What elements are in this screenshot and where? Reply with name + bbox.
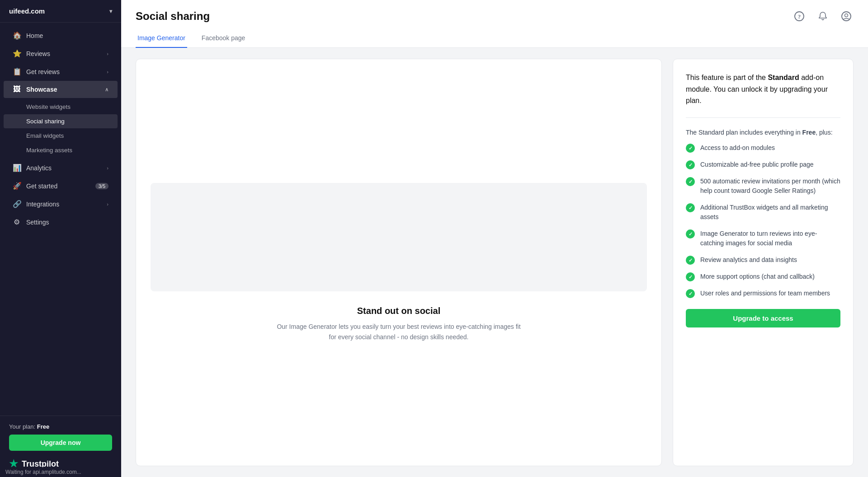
sidebar-item-label: Home	[26, 32, 43, 39]
header-actions: ?	[792, 9, 854, 23]
chevron-icon: ›	[107, 69, 108, 75]
page-title: Social sharing	[136, 10, 210, 23]
page-header: Social sharing ?	[121, 0, 868, 23]
feature-item: User roles and permissions for team memb…	[686, 289, 840, 298]
upgrade-panel: This feature is part of the Standard add…	[673, 59, 854, 466]
chevron-icon: ∧	[105, 87, 108, 93]
sidebar-item-integrations[interactable]: 🔗 Integrations ›	[4, 195, 118, 213]
free-plan-label: Free	[802, 129, 816, 136]
primary-nav: 🏠 Home ⭐ Reviews › 📋 Get reviews › 🖼 Sho…	[0, 23, 121, 235]
settings-icon: ⚙	[13, 218, 21, 226]
sidebar-item-showcase[interactable]: 🖼 Showcase ∧	[4, 81, 118, 98]
showcase-subnav: Website widgets Social sharing Email wid…	[0, 98, 121, 159]
check-icon	[686, 160, 695, 169]
panel-description: Our Image Generator lets you easily turn…	[277, 322, 521, 342]
notifications-icon[interactable]	[816, 9, 830, 23]
sidebar-item-label: Showcase	[26, 86, 57, 93]
chevron-icon: ›	[107, 51, 108, 56]
sub-nav-label: Marketing assets	[26, 147, 72, 154]
chevron-icon: ›	[107, 201, 108, 207]
sidebar-item-marketing-assets[interactable]: Marketing assets	[4, 143, 118, 157]
sidebar-item-social-sharing[interactable]: Social sharing	[4, 114, 118, 128]
sidebar-item-email-widgets[interactable]: Email widgets	[4, 129, 118, 143]
plan-value: Free	[37, 423, 49, 430]
help-icon[interactable]: ?	[792, 9, 807, 23]
showcase-icon: 🖼	[13, 85, 21, 94]
user-icon[interactable]	[839, 9, 854, 23]
plan-name: Standard	[768, 74, 799, 81]
sub-nav-label: Email widgets	[26, 132, 64, 139]
sub-nav-label: Social sharing	[26, 118, 65, 125]
sidebar-item-settings[interactable]: ⚙ Settings	[4, 213, 118, 231]
sidebar-item-label: Get started	[26, 182, 57, 190]
sidebar-item-home[interactable]: 🏠 Home	[4, 27, 118, 44]
upgrade-to-access-button[interactable]: Upgrade to access	[686, 309, 840, 327]
upgrade-now-button[interactable]: Upgrade now	[9, 435, 112, 451]
svg-text:?: ?	[798, 13, 801, 20]
sidebar-item-label: Analytics	[26, 164, 52, 172]
sidebar-logo[interactable]: uifeed.com ▾	[0, 0, 121, 23]
sidebar-item-label: Get reviews	[26, 68, 60, 75]
sidebar-item-get-reviews[interactable]: 📋 Get reviews ›	[4, 63, 118, 80]
sidebar-item-label: Reviews	[26, 50, 50, 57]
logo-chevron: ▾	[109, 8, 112, 14]
check-icon	[686, 144, 695, 153]
status-text: Waiting for api.amplitude.com...	[5, 469, 81, 475]
tab-bar: Image Generator Facebook page	[121, 29, 868, 48]
progress-badge: 3/5	[95, 183, 108, 189]
get-started-icon: 🚀	[13, 182, 21, 190]
sidebar-item-analytics[interactable]: 📊 Analytics ›	[4, 159, 118, 177]
image-generator-panel: Stand out on social Our Image Generator …	[136, 59, 662, 466]
sub-nav-label: Website widgets	[26, 103, 71, 110]
sidebar-item-get-started[interactable]: 🚀 Get started 3/5	[4, 177, 118, 195]
sidebar-item-label: Settings	[26, 219, 49, 226]
tab-image-generator[interactable]: Image Generator	[136, 29, 187, 48]
main-content: Social sharing ?	[121, 0, 868, 477]
check-icon	[686, 272, 695, 281]
sidebar: uifeed.com ▾ 🏠 Home ⭐ Reviews › 📋 Get re…	[0, 0, 121, 477]
status-bar: Waiting for api.amplitude.com...	[0, 467, 121, 477]
plan-info: Your plan: Free	[9, 423, 112, 430]
upgrade-info-header: This feature is part of the Standard add…	[686, 72, 840, 118]
sidebar-item-website-widgets[interactable]: Website widgets	[4, 100, 118, 114]
home-icon: 🏠	[13, 31, 21, 40]
check-icon	[686, 256, 695, 265]
feature-item: Customizable ad-free public profile page	[686, 160, 840, 169]
analytics-icon: 📊	[13, 164, 21, 172]
image-preview-placeholder	[151, 183, 647, 291]
tab-facebook-page[interactable]: Facebook page	[200, 29, 247, 48]
feature-item: Image Generator to turn reviews into eye…	[686, 229, 840, 248]
features-list: Access to add-on modules Customizable ad…	[686, 143, 840, 298]
standard-includes-text: The Standard plan includes everything in…	[686, 129, 840, 136]
upgrade-intro: This feature is part of the	[686, 74, 768, 81]
check-icon	[686, 177, 695, 186]
panel-heading: Stand out on social	[357, 306, 440, 316]
content-area: Stand out on social Our Image Generator …	[121, 48, 868, 477]
feature-item: More support options (chat and callback)	[686, 272, 840, 281]
svg-point-3	[845, 14, 848, 17]
logo-text: uifeed.com	[9, 7, 45, 15]
feature-item: Access to add-on modules	[686, 143, 840, 153]
reviews-icon: ⭐	[13, 49, 21, 58]
integrations-icon: 🔗	[13, 200, 21, 208]
feature-item: Additional TrustBox widgets and all mark…	[686, 203, 840, 222]
chevron-icon: ›	[107, 165, 108, 171]
check-icon	[686, 203, 695, 212]
sidebar-item-label: Integrations	[26, 201, 59, 208]
check-icon	[686, 229, 695, 238]
sidebar-item-reviews[interactable]: ⭐ Reviews ›	[4, 45, 118, 62]
get-reviews-icon: 📋	[13, 67, 21, 76]
feature-item: Review analytics and data insights	[686, 255, 840, 265]
check-icon	[686, 289, 695, 298]
feature-item: 500 automatic review invitations per mon…	[686, 177, 840, 196]
